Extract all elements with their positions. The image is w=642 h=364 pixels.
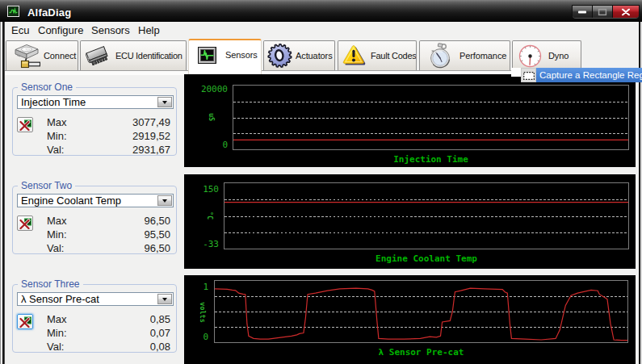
title-bar: AlfaDiag bbox=[0, 0, 642, 22]
y-axis-min-tick: -33 bbox=[187, 240, 219, 249]
max-value: 3077,49 bbox=[132, 117, 170, 128]
val-label: Val: bbox=[47, 341, 64, 352]
val-label: Val: bbox=[47, 144, 64, 155]
oscilloscope-icon bbox=[198, 47, 216, 64]
connect-icon bbox=[11, 44, 40, 69]
tab-ecu-identification-label: ECU Identification bbox=[115, 51, 183, 61]
menu-ecu[interactable]: Ecu bbox=[11, 24, 29, 38]
y-axis-max-tick: 20000 bbox=[195, 85, 228, 94]
sensor-one-combobox[interactable]: Injection Time bbox=[17, 95, 174, 109]
sensor-two-group: Sensor Two Engine Coolant Temp Max 96,50… bbox=[12, 186, 177, 254]
y-axis-min-tick: 0 bbox=[195, 140, 228, 149]
window-title: AlfaDiag bbox=[27, 6, 71, 19]
sensor-one-title: Sensor One bbox=[18, 82, 76, 93]
menu-help[interactable]: Help bbox=[138, 24, 160, 38]
tab-ecu-identification[interactable]: ECU Identification bbox=[80, 40, 187, 70]
tab-actuators[interactable]: Actuators bbox=[263, 40, 335, 70]
min-label: Min: bbox=[47, 229, 67, 240]
clear-chart-icon bbox=[19, 119, 31, 131]
dropdown-arrow-icon bbox=[162, 199, 167, 203]
max-label: Max bbox=[47, 215, 67, 226]
plot-area bbox=[224, 182, 629, 249]
dropdown-arrow-icon bbox=[162, 298, 167, 301]
stopwatch-icon bbox=[427, 42, 454, 69]
y-axis-unit-label: volts bbox=[199, 302, 206, 323]
tab-fault-codes-label: Fault Codes bbox=[371, 51, 417, 61]
tab-sensors[interactable]: Sensors bbox=[188, 39, 262, 74]
menu-sensors[interactable]: Sensors bbox=[91, 24, 130, 38]
tab-sensors-label: Sensors bbox=[225, 50, 258, 60]
max-label: Max bbox=[47, 314, 67, 324]
val-label: Val: bbox=[47, 243, 64, 253]
menu-configure[interactable]: Configure bbox=[38, 24, 83, 38]
engine-coolant-temp-chart: 150 -33 °C Engine Coolant Temp bbox=[184, 174, 636, 269]
sensor-three-group: Sensor Three λ Sensor Pre-cat Max 0,85 M… bbox=[12, 284, 177, 353]
plot-area bbox=[214, 280, 628, 343]
min-label: Min: bbox=[47, 328, 67, 338]
val-value: 2931,67 bbox=[132, 144, 170, 155]
chart-title: Engine Coolant Temp bbox=[224, 254, 629, 263]
y-axis-max-tick: 150 bbox=[187, 185, 219, 194]
min-label: Min: bbox=[47, 131, 67, 141]
sensor-two-dropdown-button[interactable] bbox=[157, 195, 172, 206]
min-value: 2919,52 bbox=[132, 131, 170, 141]
sensor-one-group: Sensor One Injection Time Max 3077,49 Mi… bbox=[12, 87, 177, 156]
val-value: 96,50 bbox=[144, 243, 170, 253]
capture-tool-overlay: Capture a Rectangle Reg bbox=[511, 68, 642, 82]
dropdown-arrow-icon bbox=[162, 101, 167, 104]
sensor-one-clear-button[interactable] bbox=[17, 117, 33, 132]
capture-menu-item-label: Capture a Rectangle Reg bbox=[539, 70, 642, 80]
maximize-button[interactable] bbox=[593, 6, 613, 18]
sensor-two-title: Sensor Two bbox=[18, 180, 75, 191]
injection-time-chart: 20000 0 uS Injection Time bbox=[184, 74, 636, 167]
clear-chart-icon bbox=[19, 316, 31, 328]
sensor-three-clear-button[interactable] bbox=[17, 314, 33, 329]
tab-connect[interactable]: Connect bbox=[6, 40, 78, 70]
tab-dyno[interactable]: Dyno bbox=[512, 40, 581, 70]
window-controls bbox=[573, 6, 639, 18]
gear-icon bbox=[267, 43, 293, 69]
tab-dyno-label: Dyno bbox=[548, 51, 569, 61]
capture-rectangle-icon bbox=[523, 72, 535, 80]
chart-title: Injection Time bbox=[233, 155, 629, 164]
app-icon bbox=[7, 6, 19, 17]
sensor-three-combobox[interactable]: λ Sensor Pre-cat bbox=[17, 292, 174, 306]
lambda-sensor-chart: 1 0 volts λ Sensor Pre-cat bbox=[184, 275, 636, 364]
sensor-two-combobox[interactable]: Engine Coolant Temp bbox=[17, 194, 174, 207]
max-label: Max bbox=[47, 117, 67, 128]
max-value: 0,85 bbox=[150, 314, 170, 324]
menu-bar: Ecu Configure Sensors Help bbox=[5, 22, 639, 39]
sensor-three-dropdown-button[interactable] bbox=[157, 294, 172, 304]
min-value: 0,07 bbox=[150, 328, 170, 338]
sensor-three-title: Sensor Three bbox=[18, 278, 83, 290]
warning-icon bbox=[342, 43, 368, 69]
plot-area bbox=[233, 85, 629, 150]
capture-icon-cell[interactable] bbox=[521, 68, 536, 82]
tab-perfomance-label: Perfomance bbox=[459, 51, 506, 61]
y-axis-max-tick: 1 bbox=[176, 282, 208, 291]
gauge-icon bbox=[518, 44, 543, 69]
sensor-one-dropdown-button[interactable] bbox=[157, 97, 172, 107]
capture-toolbar-edge bbox=[511, 68, 521, 77]
max-value: 96,50 bbox=[144, 215, 170, 226]
minimize-button[interactable] bbox=[573, 6, 593, 18]
y-axis-min-tick: 0 bbox=[176, 333, 208, 341]
alfadiag-window: AlfaDiag Ecu Configure Sensors Help bbox=[0, 0, 642, 364]
sensor-two-selected: Engine Coolant Temp bbox=[21, 195, 121, 207]
tab-perfomance[interactable]: Perfomance bbox=[419, 40, 510, 70]
y-axis-unit-label: uS bbox=[208, 113, 215, 121]
min-value: 95,50 bbox=[144, 229, 170, 240]
close-button[interactable] bbox=[613, 6, 639, 18]
val-value: 0,08 bbox=[150, 341, 170, 352]
sensor-two-clear-button[interactable] bbox=[17, 215, 33, 231]
clear-chart-icon bbox=[19, 218, 31, 229]
capture-menu-item[interactable]: Capture a Rectangle Reg bbox=[536, 68, 642, 82]
tab-actuators-label: Actuators bbox=[296, 51, 333, 61]
chip-icon bbox=[85, 44, 110, 67]
tab-fault-codes[interactable]: Fault Codes bbox=[338, 40, 417, 70]
tab-connect-label: Connect bbox=[44, 51, 76, 61]
sensor-three-selected: λ Sensor Pre-cat bbox=[21, 294, 99, 305]
sensor-one-selected: Injection Time bbox=[21, 97, 86, 108]
chart-title: λ Sensor Pre-cat bbox=[214, 348, 628, 357]
y-axis-unit-label: °C bbox=[206, 211, 213, 220]
